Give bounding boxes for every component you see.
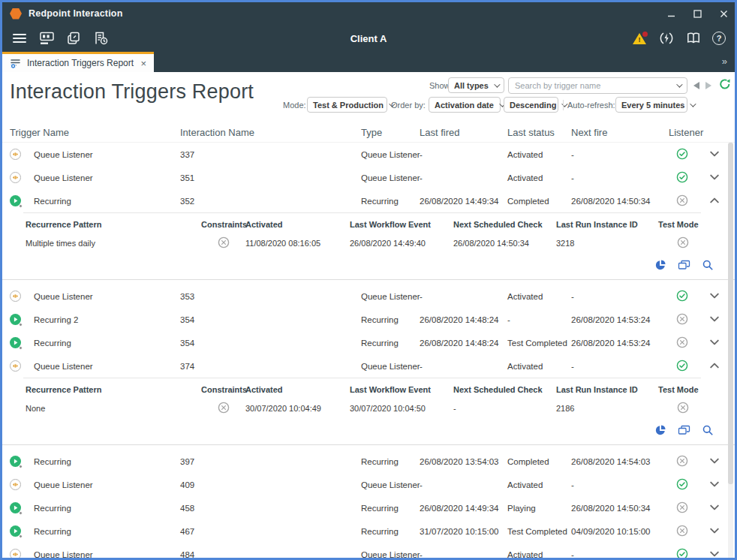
expand-chevron[interactable] — [708, 194, 720, 208]
table-row[interactable]: Queue Listener 484 Queue Listener - Acti… — [2, 543, 735, 560]
scrollbar-thumb[interactable] — [728, 143, 733, 484]
previous-page-button[interactable] — [693, 82, 699, 89]
sync-bolt-icon[interactable] — [658, 30, 675, 47]
refresh-button[interactable] — [719, 78, 731, 93]
expand-chevron[interactable] — [708, 290, 720, 303]
last-status: Activated — [507, 550, 571, 559]
documents-icon[interactable] — [65, 30, 82, 47]
order-by-dropdown[interactable]: Activation date — [429, 97, 501, 113]
sort-direction-dropdown[interactable]: Descending — [504, 97, 558, 113]
table-header: Trigger Name Interaction Name Type Last … — [2, 122, 735, 143]
interaction-boards-icon[interactable] — [38, 30, 55, 47]
trigger-type: Recurring — [361, 504, 420, 513]
menu-icon[interactable] — [11, 30, 28, 47]
magnifier-icon[interactable] — [702, 259, 714, 274]
trigger-type: Recurring — [361, 197, 420, 206]
minimize-button[interactable] — [666, 9, 676, 19]
column-listener: Listener — [669, 127, 696, 138]
detail-actions — [654, 259, 714, 274]
table-row[interactable]: Recurring 467 Recurring 31/07/2020 10:15… — [2, 519, 735, 543]
pie-chart-icon[interactable] — [654, 424, 666, 439]
alerts-warning-icon[interactable]: ! — [633, 32, 648, 45]
trigger-name: Recurring — [34, 504, 180, 513]
expand-chevron[interactable] — [708, 478, 720, 492]
trigger-type: Queue Listener — [361, 480, 420, 489]
tab-overflow-icon[interactable]: » — [722, 56, 727, 67]
chevron-down-icon[interactable] — [676, 81, 682, 87]
table-row[interactable]: Recurring 2 354 Recurring 26/08/2020 14:… — [2, 308, 735, 331]
next-fire: - — [571, 150, 669, 159]
table-row[interactable]: Recurring 354 Recurring 26/08/2020 14:48… — [2, 331, 735, 354]
test-mode-off-icon — [677, 236, 689, 250]
listener-off-icon — [676, 501, 688, 513]
expand-chevron[interactable] — [708, 148, 720, 161]
interaction-name: 374 — [180, 362, 361, 371]
table-row[interactable]: Queue Listener 351 Queue Listener - Acti… — [2, 166, 735, 189]
copy-windows-icon[interactable] — [678, 259, 690, 274]
trigger-name: Queue Listener — [34, 292, 180, 301]
column-last-run-instance-id: Last Run Instance ID — [556, 220, 658, 229]
last-fired: - — [420, 150, 507, 159]
last-workflow-event-value: 26/08/2020 14:49:40 — [350, 239, 453, 248]
redpoint-logo-icon — [10, 8, 22, 20]
tab-label: Interaction Triggers Report — [27, 58, 134, 68]
expand-chevron[interactable] — [708, 501, 720, 515]
queue-listener-icon — [10, 172, 21, 183]
copy-windows-icon[interactable] — [678, 424, 690, 439]
tab-interaction-triggers-report[interactable]: Interaction Triggers Report × — [2, 52, 154, 72]
recurring-icon — [10, 525, 21, 537]
pie-chart-icon[interactable] — [654, 259, 666, 274]
table-row[interactable]: Queue Listener 337 Queue Listener - Acti… — [2, 143, 735, 166]
close-button[interactable] — [719, 9, 729, 19]
expand-chevron[interactable] — [708, 455, 720, 468]
listener-on-icon — [676, 548, 688, 560]
mode-dropdown[interactable]: Test & Production — [307, 97, 387, 113]
last-status: Activated — [507, 292, 571, 301]
expand-chevron[interactable] — [708, 171, 720, 185]
expand-chevron[interactable] — [708, 525, 720, 538]
column-test-mode: Test Mode — [658, 220, 708, 229]
column-constraints: Constraints — [201, 385, 245, 394]
column-last-workflow-event: Last Workflow Event — [350, 220, 453, 229]
expand-chevron[interactable] — [708, 313, 720, 327]
vertical-scrollbar[interactable] — [728, 143, 733, 560]
auto-refresh-value: Every 5 minutes — [621, 101, 684, 110]
help-icon[interactable]: ? — [712, 32, 726, 45]
tab-close-icon[interactable]: × — [140, 59, 146, 68]
interaction-name: 397 — [180, 457, 361, 466]
next-fire: - — [571, 362, 669, 371]
main-toolbar: Client A ! ? — [2, 25, 735, 52]
title-bar: Redpoint Interaction — [2, 2, 735, 25]
expand-chevron[interactable] — [708, 336, 720, 350]
table-row[interactable]: Queue Listener 409 Queue Listener - Acti… — [2, 473, 735, 496]
table-row[interactable]: Recurring 458 Recurring 26/08/2020 14:49… — [2, 496, 735, 519]
book-icon[interactable] — [685, 30, 702, 47]
column-last-run-instance-id: Last Run Instance ID — [556, 385, 658, 394]
trigger-name: Recurring 2 — [34, 315, 180, 324]
last-fired: 26/08/2020 14:48:24 — [420, 339, 507, 348]
expand-chevron[interactable] — [708, 548, 720, 560]
table-row[interactable]: Recurring 397 Recurring 26/08/2020 13:54… — [2, 450, 735, 473]
column-last-status: Last status — [507, 127, 571, 138]
table-row[interactable]: Queue Listener 353 Queue Listener - Acti… — [2, 285, 735, 308]
table-row[interactable]: Recurring 352 Recurring 26/08/2020 14:49… — [2, 189, 735, 212]
auto-refresh-label: Auto-refresh: — [567, 101, 615, 110]
column-next-scheduled-check: Next Scheduled Check — [453, 385, 556, 394]
auto-refresh-dropdown[interactable]: Every 5 minutes — [615, 97, 687, 113]
next-fire: - — [571, 292, 669, 301]
trigger-search-combobox[interactable] — [508, 77, 687, 94]
next-fire: 26/08/2020 14:53:24 — [571, 315, 669, 324]
show-dropdown[interactable]: All types — [448, 77, 504, 93]
next-page-button[interactable] — [705, 82, 711, 89]
search-input[interactable] — [515, 81, 671, 90]
table-row[interactable]: Queue Listener 374 Queue Listener - Acti… — [2, 354, 735, 378]
scheduled-report-icon[interactable] — [92, 30, 109, 47]
report-filter-icon — [10, 58, 21, 69]
queue-listener-icon — [10, 479, 21, 490]
expand-chevron[interactable] — [708, 360, 720, 373]
maximize-button[interactable] — [693, 9, 702, 19]
column-recurrence-pattern: Recurrence Pattern — [26, 220, 201, 229]
next-fire: - — [571, 480, 669, 489]
column-constraints: Constraints — [201, 220, 245, 229]
magnifier-icon[interactable] — [702, 424, 714, 439]
